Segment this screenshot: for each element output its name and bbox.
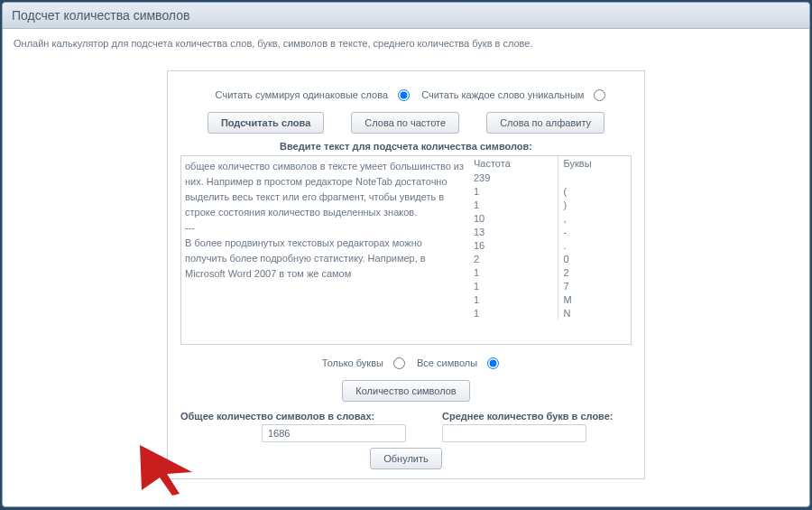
filter-row: Только буквы Все символы bbox=[180, 354, 632, 371]
freq-count-cell: 10 bbox=[468, 211, 558, 225]
freq-count-cell: 13 bbox=[468, 225, 558, 238]
avg-letters-field[interactable] bbox=[442, 424, 586, 442]
button-row: Подсчитать слова Слова по частоте Слова … bbox=[180, 112, 632, 134]
freq-letter-cell: , bbox=[558, 211, 631, 225]
svg-marker-0 bbox=[140, 445, 192, 496]
freq-header-count: Частота bbox=[468, 156, 558, 171]
reset-button[interactable]: Обнулить bbox=[370, 448, 442, 469]
frequency-wrap: Частота Буквы 2391(1)10,13-16.2012171M1N bbox=[468, 156, 631, 344]
table-row: 1( bbox=[468, 184, 631, 198]
freq-count-cell: 1 bbox=[468, 306, 558, 320]
table-row: 1M bbox=[468, 292, 631, 306]
reset-row: Обнулить bbox=[180, 448, 632, 469]
columns: Частота Буквы 2391(1)10,13-16.2012171M1N bbox=[180, 155, 632, 345]
table-row: 16. bbox=[468, 238, 631, 252]
input-section-label: Введите текст для подсчета количества си… bbox=[180, 141, 632, 152]
table-row: 239 bbox=[468, 171, 631, 184]
freq-letter-cell: N bbox=[558, 306, 631, 320]
char-count-button[interactable]: Количество символов bbox=[342, 380, 469, 402]
freq-count-cell: 1 bbox=[468, 184, 558, 198]
textarea-wrap bbox=[181, 156, 468, 344]
freq-letter-cell: 7 bbox=[558, 279, 631, 292]
words-by-freq-button[interactable]: Слова по частоте bbox=[351, 112, 459, 134]
avg-label: Среднее количество букв в слове: bbox=[442, 411, 632, 422]
freq-count-cell: 1 bbox=[468, 279, 558, 292]
page-subtitle: Онлайн калькулятор для подсчета количест… bbox=[3, 29, 809, 49]
frequency-scroll[interactable]: Частота Буквы 2391(1)10,13-16.2012171M1N bbox=[468, 156, 631, 344]
freq-letter-cell: . bbox=[558, 238, 631, 252]
freq-letter-cell: - bbox=[558, 225, 631, 238]
text-input[interactable] bbox=[181, 156, 468, 344]
table-row: 12 bbox=[468, 265, 631, 279]
freq-letter-cell bbox=[558, 171, 631, 184]
letters-only-radio[interactable] bbox=[393, 357, 405, 369]
freq-count-cell: 1 bbox=[468, 292, 558, 306]
freq-count-cell: 1 bbox=[468, 265, 558, 279]
table-row: 1) bbox=[468, 198, 631, 211]
words-by-alpha-button[interactable]: Слова по алфавиту bbox=[486, 112, 604, 134]
total-chars-field[interactable] bbox=[262, 424, 406, 442]
table-row: 13- bbox=[468, 225, 631, 238]
freq-header-letter: Буквы bbox=[558, 156, 631, 171]
all-chars-radio[interactable] bbox=[487, 357, 499, 369]
pointer-arrow-icon bbox=[136, 441, 199, 496]
each-unique-radio[interactable] bbox=[594, 89, 605, 101]
each-unique-label: Считать каждое слово уникальным bbox=[421, 87, 584, 103]
freq-letter-cell: ( bbox=[558, 184, 631, 198]
freq-letter-cell: M bbox=[558, 292, 631, 306]
freq-count-cell: 1 bbox=[468, 198, 558, 211]
freq-letter-cell: 2 bbox=[558, 265, 631, 279]
count-words-button[interactable]: Подсчитать слова bbox=[208, 112, 324, 134]
main-panel: Считать суммируя одинаковые слова Считат… bbox=[167, 70, 645, 479]
all-chars-label: Все символы bbox=[417, 355, 477, 371]
table-row: 1N bbox=[468, 306, 631, 320]
freq-count-cell: 16 bbox=[468, 238, 558, 252]
totals-row: Общее количество символов в словах: Сред… bbox=[180, 411, 632, 442]
freq-count-cell: 2 bbox=[468, 252, 558, 265]
page-title: Подсчет количества символов bbox=[3, 3, 809, 29]
table-row: 10, bbox=[468, 211, 631, 225]
sum-same-label: Считать суммируя одинаковые слова bbox=[216, 87, 388, 103]
freq-letter-cell: 0 bbox=[558, 252, 631, 265]
app-window: Подсчет количества символов Онлайн кальк… bbox=[2, 2, 810, 507]
count-mode-row: Считать суммируя одинаковые слова Считат… bbox=[180, 86, 632, 103]
sum-same-radio[interactable] bbox=[398, 89, 410, 101]
freq-letter-cell: ) bbox=[558, 198, 631, 211]
char-count-row: Количество символов bbox=[180, 380, 632, 402]
avg-group: Среднее количество букв в слове: bbox=[442, 411, 632, 442]
frequency-table: Частота Буквы 2391(1)10,13-16.2012171M1N bbox=[468, 156, 631, 320]
table-row: 20 bbox=[468, 252, 631, 265]
letters-only-label: Только буквы bbox=[322, 355, 383, 371]
total-label: Общее количество символов в словах: bbox=[180, 411, 406, 422]
table-row: 17 bbox=[468, 279, 631, 292]
freq-count-cell: 239 bbox=[468, 171, 558, 184]
total-group: Общее количество символов в словах: bbox=[180, 411, 406, 442]
